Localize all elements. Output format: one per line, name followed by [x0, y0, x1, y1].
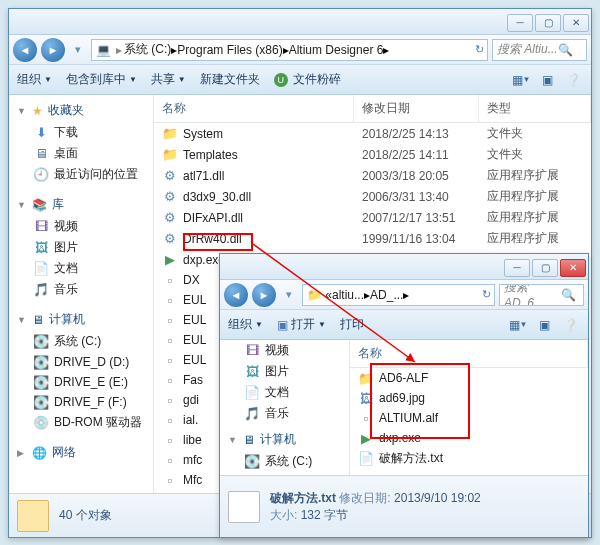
sidebar-item[interactable]: 📄文档 — [9, 258, 153, 279]
sidebar-item[interactable]: 💽系统 (C:) — [9, 331, 153, 352]
preview-pane-button[interactable]: ▣ — [534, 315, 554, 335]
print-button[interactable]: 打印 — [340, 316, 364, 333]
network-header[interactable]: ▶🌐网络 — [9, 441, 153, 464]
close-button[interactable]: ✕ — [560, 259, 586, 277]
help-button[interactable]: ❔ — [563, 70, 583, 90]
sidebar-item[interactable]: 📄文档 — [220, 382, 349, 403]
share-menu[interactable]: 共享▼ — [151, 71, 186, 88]
search-icon: 🔍 — [561, 288, 576, 302]
table-row[interactable]: 📁Templates2018/2/25 14:11文件夹 — [154, 144, 591, 165]
folder-icon — [17, 500, 49, 532]
refresh-button[interactable]: ↻ — [477, 283, 495, 307]
sidebar-item[interactable]: 💽DRIVE_F (F:) — [9, 392, 153, 412]
table-row[interactable]: ⚙atl71.dll2003/3/18 20:05应用程序扩展 — [154, 165, 591, 186]
highlight-files — [370, 363, 470, 439]
titlebar: ─ ▢ ✕ — [9, 9, 591, 35]
organize-menu[interactable]: 组织▼ — [17, 71, 52, 88]
col-name[interactable]: 名称 — [154, 95, 354, 122]
history-dropdown[interactable]: ▾ — [280, 283, 298, 307]
sidebar-item[interactable]: 💽DRIVE_E (E:) — [9, 372, 153, 392]
minimize-button[interactable]: ─ — [504, 259, 530, 277]
sidebar-item[interactable]: 🖼图片 — [9, 237, 153, 258]
maximize-button[interactable]: ▢ — [532, 259, 558, 277]
open-menu[interactable]: ▣打开▼ — [277, 316, 326, 333]
organize-menu[interactable]: 组织▼ — [228, 316, 263, 333]
forward-button[interactable]: ► — [252, 283, 276, 307]
libraries-header[interactable]: ▼📚库 — [9, 193, 153, 216]
breadcrumb[interactable]: 💻 ▸ 系统 (C:)▸ Program Files (x86)▸ Altium… — [91, 39, 488, 61]
sidebar-item[interactable]: 💿BD-ROM 驱动器 — [9, 412, 153, 433]
sidebar-item[interactable]: 🖥桌面 — [9, 143, 153, 164]
highlight-dxp — [183, 233, 253, 251]
sidebar-item[interactable]: 🎞视频 — [9, 216, 153, 237]
newfolder-button[interactable]: 新建文件夹 — [200, 71, 260, 88]
favorites-header[interactable]: ▼★收藏夹 — [9, 99, 153, 122]
back-button[interactable]: ◄ — [13, 38, 37, 62]
include-menu[interactable]: 包含到库中▼ — [66, 71, 137, 88]
sidebar-item[interactable]: 🖼图片 — [220, 361, 349, 382]
sidebar-item[interactable]: 🎵音乐 — [9, 279, 153, 300]
view-menu[interactable]: ▦▼ — [508, 315, 528, 335]
table-row[interactable]: ⚙d3dx9_30.dll2006/3/31 13:40应用程序扩展 — [154, 186, 591, 207]
sidebar-item[interactable]: 💽DRIVE_D (D:) — [9, 352, 153, 372]
view-menu[interactable]: ▦▼ — [511, 70, 531, 90]
search-input[interactable]: 搜索 AD_6...🔍 — [499, 284, 584, 306]
forward-button[interactable]: ► — [41, 38, 65, 62]
sidebar-item[interactable]: 🎵音乐 — [220, 403, 349, 424]
help-button[interactable]: ❔ — [560, 315, 580, 335]
back-button[interactable]: ◄ — [224, 283, 248, 307]
sidebar-item[interactable]: ⬇下载 — [9, 122, 153, 143]
sidebar: 🎞视频🖼图片📄文档🎵音乐 ▼🖥计算机 💽系统 (C:)💽DRIVE_D (D:) — [220, 340, 350, 475]
file-icon — [228, 491, 260, 523]
search-icon: 🔍 — [558, 43, 573, 57]
maximize-button[interactable]: ▢ — [535, 14, 561, 32]
sidebar-item[interactable]: 💽DRIVE_D (D:) — [220, 472, 349, 475]
close-button[interactable]: ✕ — [563, 14, 589, 32]
item-count: 40 个对象 — [59, 507, 112, 524]
refresh-button[interactable]: ↻ — [470, 38, 488, 62]
preview-pane-button[interactable]: ▣ — [537, 70, 557, 90]
computer-header[interactable]: ▼🖥计算机 — [220, 428, 349, 451]
titlebar: ─ ▢ ✕ — [220, 254, 588, 280]
statusbar: 破解方法.txt 修改日期: 2013/9/10 19:02 大小: 132 字… — [220, 475, 588, 537]
sidebar-item[interactable]: 🕘最近访问的位置 — [9, 164, 153, 185]
history-dropdown[interactable]: ▾ — [69, 38, 87, 62]
sidebar: ▼★收藏夹 ⬇下载🖥桌面🕘最近访问的位置 ▼📚库 🎞视频🖼图片📄文档🎵音乐 ▼🖥… — [9, 95, 154, 493]
search-input[interactable]: 搜索 Altiu...🔍 — [492, 39, 587, 61]
minimize-button[interactable]: ─ — [507, 14, 533, 32]
table-row[interactable]: 📁System2018/2/25 14:13文件夹 — [154, 123, 591, 144]
col-date[interactable]: 修改日期 — [354, 95, 479, 122]
col-type[interactable]: 类型 — [479, 95, 591, 122]
computer-header[interactable]: ▼🖥计算机 — [9, 308, 153, 331]
table-row[interactable]: ⚙DIFxAPI.dll2007/12/17 13:51应用程序扩展 — [154, 207, 591, 228]
sidebar-item[interactable]: 🎞视频 — [220, 340, 349, 361]
sidebar-item[interactable]: 💽系统 (C:) — [220, 451, 349, 472]
fileshred-button[interactable]: U文件粉碎 — [274, 71, 341, 88]
breadcrumb[interactable]: 📁 « altiu...▸ AD_...▸ — [302, 284, 495, 306]
table-row[interactable]: 📄破解方法.txt — [350, 448, 588, 469]
